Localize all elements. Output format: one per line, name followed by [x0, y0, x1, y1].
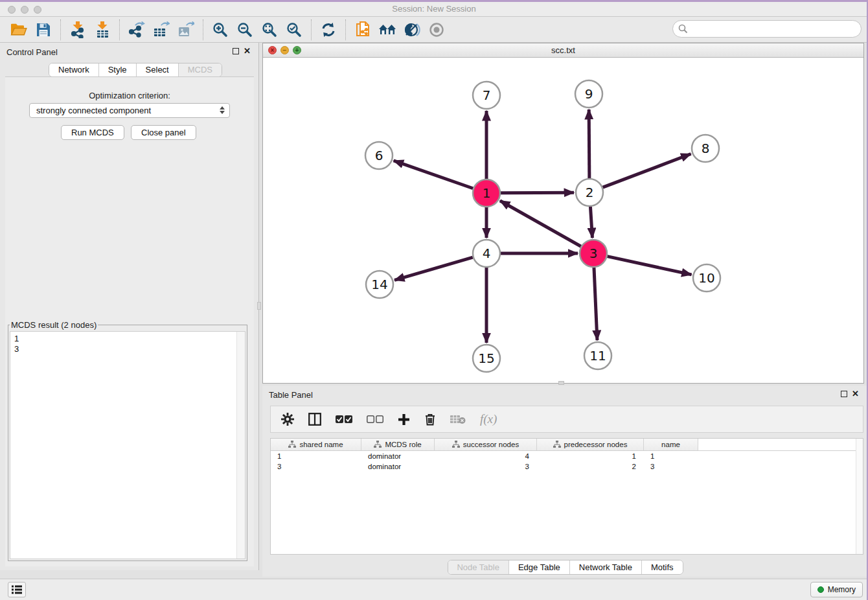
column-header-label: predecessor nodes: [564, 441, 628, 448]
zoom-in-button[interactable]: [208, 18, 233, 41]
delete-table-button[interactable]: [450, 414, 466, 424]
network-window-titlebar[interactable]: × − + scc.txt: [263, 43, 863, 58]
create-column-button[interactable]: [398, 413, 410, 426]
task-history-button[interactable]: [8, 582, 26, 597]
tab-network[interactable]: Network: [49, 63, 98, 76]
refresh-icon: [321, 22, 336, 38]
table-toolbar: f(x): [270, 406, 863, 433]
optimization-criterion-select[interactable]: strongly connected component: [29, 103, 230, 118]
select-all-button[interactable]: [336, 415, 352, 424]
clone-network-icon: [355, 21, 371, 39]
optimization-criterion-label: Optimization criterion:: [5, 91, 254, 100]
zoom-selected-icon: [286, 22, 302, 38]
toolbar-separator: [345, 19, 346, 40]
cell-name[interactable]: 1: [644, 451, 698, 461]
window-accent-border: [0, 0, 868, 2]
column-header-successor-nodes[interactable]: successor nodes: [435, 439, 537, 450]
table-tab-network-table[interactable]: Network Table: [569, 560, 641, 574]
column-header-label: shared name: [299, 441, 343, 448]
table-tab-motifs[interactable]: Motifs: [641, 560, 683, 574]
import-table-button[interactable]: [90, 18, 115, 41]
float-table-panel-icon[interactable]: [841, 391, 847, 397]
first-neighbors-button[interactable]: [375, 18, 400, 41]
cell-successor-nodes[interactable]: 4: [435, 451, 537, 461]
float-panel-icon[interactable]: [233, 48, 239, 54]
zoom-selected-button[interactable]: [282, 18, 306, 41]
column-header-shared-name[interactable]: shared name: [271, 439, 361, 450]
export-image-button[interactable]: [174, 18, 198, 41]
table-scrollbar[interactable]: [856, 439, 863, 554]
tab-style[interactable]: Style: [98, 63, 136, 76]
zoom-out-icon: [237, 22, 253, 38]
graph-node-label: 3: [589, 246, 598, 261]
column-header-label: successor nodes: [463, 441, 519, 448]
maximize-view-button[interactable]: +: [293, 46, 301, 54]
cell-predecessor-nodes[interactable]: 1: [537, 451, 644, 461]
minimize-view-button[interactable]: −: [280, 46, 289, 54]
graph-edge-1-2[interactable]: [501, 192, 574, 193]
table-panel-title: Table Panel: [269, 390, 313, 400]
export-network-button[interactable]: [124, 18, 149, 41]
function-builder-button[interactable]: f(x): [480, 412, 497, 426]
close-panel-button[interactable]: Close panel: [131, 125, 196, 140]
save-session-button[interactable]: [31, 18, 56, 41]
close-window-button[interactable]: [8, 6, 16, 14]
minimize-window-button[interactable]: [21, 6, 29, 14]
graph-edge-3-11[interactable]: [594, 268, 597, 340]
control-panel-tabs: NetworkStyleSelectMCDS: [49, 63, 222, 77]
column-header-predecessor-nodes[interactable]: predecessor nodes: [537, 439, 644, 450]
panel-splitter-handle[interactable]: [257, 302, 261, 310]
search-input[interactable]: [691, 23, 861, 36]
zoom-out-button[interactable]: [233, 18, 257, 41]
toolbar-separator: [311, 19, 312, 40]
mcds-scrollbar[interactable]: [236, 332, 245, 559]
run-mcds-button[interactable]: Run MCDS: [61, 125, 124, 140]
refresh-button[interactable]: [316, 18, 341, 41]
cell-shared-name[interactable]: 1: [271, 451, 361, 461]
table-settings-button[interactable]: [281, 413, 294, 426]
table-row[interactable]: 1dominator411: [271, 451, 863, 461]
memory-status-icon: [817, 586, 824, 593]
delete-column-button[interactable]: [424, 413, 436, 426]
search-field: [672, 20, 862, 38]
cell-predecessor-nodes[interactable]: 2: [537, 461, 644, 472]
cell-successor-nodes[interactable]: 3: [435, 461, 537, 472]
export-table-button[interactable]: [149, 18, 174, 41]
graph-edge-2-9[interactable]: [589, 110, 589, 178]
table-row[interactable]: 3dominator323: [271, 461, 863, 472]
open-session-button[interactable]: [6, 18, 31, 41]
column-header-MCDS-role[interactable]: MCDS role: [361, 439, 435, 450]
column-header-name[interactable]: name: [644, 439, 698, 450]
eye-icon: [428, 23, 445, 37]
cell-name[interactable]: 3: [644, 461, 698, 472]
close-table-panel-icon[interactable]: ✕: [852, 389, 859, 398]
table-tab-node-table[interactable]: Node Table: [448, 560, 508, 574]
table-tabs: Node TableEdge TableNetwork TableMotifs: [447, 560, 683, 575]
toggle-column-panel-button[interactable]: [308, 413, 321, 426]
tab-select[interactable]: Select: [136, 63, 178, 76]
cell-shared-name[interactable]: 3: [271, 461, 361, 472]
close-panel-icon[interactable]: ✕: [244, 47, 251, 56]
zoom-window-button[interactable]: [34, 6, 41, 14]
cell-MCDS-role[interactable]: dominator: [361, 451, 435, 461]
graph-edge-4-14[interactable]: [394, 257, 473, 280]
zoom-fit-button[interactable]: [257, 18, 282, 41]
graph-edge-2-8[interactable]: [603, 154, 691, 188]
tab-mcds[interactable]: MCDS: [178, 63, 222, 76]
graph-edge-3-10[interactable]: [607, 257, 691, 275]
import-network-button[interactable]: [65, 18, 90, 41]
memory-button[interactable]: Memory: [810, 582, 863, 597]
graph-edge-3-1[interactable]: [500, 201, 581, 246]
graph-edge-1-6[interactable]: [394, 161, 474, 189]
table-tab-edge-table[interactable]: Edge Table: [508, 560, 569, 574]
clone-network-button[interactable]: [350, 18, 375, 41]
deselect-all-button[interactable]: [367, 415, 383, 424]
close-view-button[interactable]: ×: [268, 46, 277, 54]
graph-edge-2-3[interactable]: [590, 207, 592, 238]
cell-MCDS-role[interactable]: dominator: [361, 461, 435, 472]
network-canvas[interactable]: 1234678910111415: [263, 58, 863, 383]
view-splitter-handle[interactable]: [558, 381, 564, 385]
hide-graphics-details-button[interactable]: [424, 18, 449, 41]
dropdown-stepper-icon: [220, 106, 225, 114]
show-graphics-details-button[interactable]: [400, 18, 424, 41]
